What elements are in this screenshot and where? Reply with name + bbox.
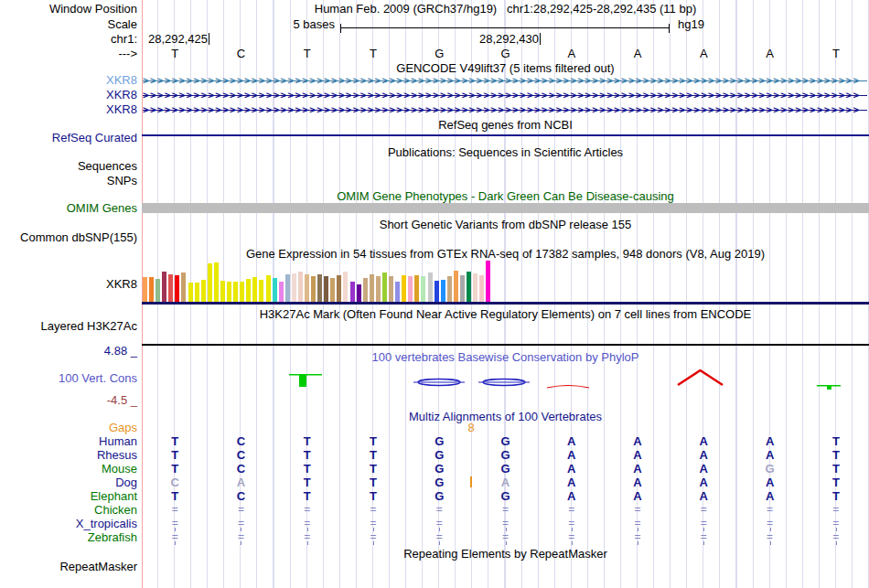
multiz-base-cell: A [736,434,802,448]
multiz-base-cell: T [274,448,340,462]
multiz-row: Zebrafish=========== [0,530,869,544]
multiz-base-cell: G [406,462,472,476]
multiz-base-cell: A [671,489,736,503]
multiz-base-cell: = [472,503,538,517]
multiz-row: RhesusTCTTGGAAAAT [0,448,869,462]
multiz-base-cell: = [605,503,671,517]
multiz-base-cell: T [803,434,869,448]
multiz-base-cell: T [274,434,340,448]
multiz-base-cell: A [605,476,671,489]
multiz-base-cell: G [472,489,538,503]
multiz-insertion-mark [470,476,472,487]
multiz-base-cell: G [472,434,538,448]
multiz-base-cell: = [142,503,208,517]
multiz-base-cell: A [671,434,736,448]
multiz-alignment-rows: HumanTCTTGGAAAATRhesusTCTTGGAAAATMouseTC… [0,0,869,588]
multiz-base-cell: = [274,503,340,517]
multiz-base-cell: A [605,434,671,448]
multiz-row: MouseTCTTGGAAAGT [0,462,869,476]
multiz-base-cell: T [340,434,406,448]
multiz-base-cell: G [406,434,472,448]
multiz-base-cell: A [671,476,736,489]
multiz-break-tick [770,541,771,545]
multiz-break-tick [439,541,440,545]
multiz-break-tick [703,541,704,545]
multiz-base-cell: G [736,462,802,476]
multiz-species-label[interactable]: Chicken [0,503,137,517]
multiz-base-cell: G [406,476,472,489]
multiz-break-tick [572,541,573,545]
multiz-break-tick [373,541,374,545]
multiz-break-tick [506,541,507,545]
multiz-base-cell: A [605,489,671,503]
repeatmasker-track-title[interactable]: Repeating Elements by RepeatMasker [142,547,869,561]
multiz-base-cell: T [340,448,406,462]
multiz-base-cell: T [803,462,869,476]
multiz-break-tick [638,541,638,545]
multiz-row: HumanTCTTGGAAAAT [0,434,869,448]
multiz-base-cell: T [142,489,208,503]
multiz-species-label[interactable]: Human [0,434,137,448]
repeatmasker-label[interactable]: RepeatMasker [0,560,137,573]
multiz-base-cell: G [406,489,472,503]
multiz-row: ElephantTCTTGGAAAAT [0,489,869,503]
multiz-base-cell: A [539,448,605,462]
multiz-species-label[interactable]: Elephant [0,489,137,503]
multiz-base-cell: A [208,476,274,489]
multiz-base-cell: G [406,448,472,462]
multiz-base-cell: A [736,476,802,489]
multiz-base-cell: G [472,448,538,462]
multiz-row: DogCATTGAAAAAT [0,476,869,489]
multiz-row: Chicken=========== [0,503,869,517]
multiz-base-cell: A [671,462,736,476]
multiz-base-cell: = [736,503,802,517]
multiz-base-cell: A [539,489,605,503]
multiz-base-cell: A [472,476,538,489]
genome-browser-image: Window Position Human Feb. 2009 (GRCh37/… [0,0,869,588]
multiz-base-cell: A [605,462,671,476]
multiz-species-label[interactable]: Dog [0,476,137,489]
multiz-break-tick [241,541,241,545]
multiz-base-cell: = [539,503,605,517]
multiz-break-tick [307,541,308,545]
multiz-base-cell: G [472,462,538,476]
multiz-base-cell: T [803,448,869,462]
multiz-base-cell: C [208,434,274,448]
multiz-base-cell: A [736,489,802,503]
multiz-row: X_tropicalis=========== [0,517,869,530]
multiz-base-cell: A [605,448,671,462]
multiz-base-cell: T [340,489,406,503]
multiz-base-cell: C [142,476,208,489]
multiz-base-cell: = [406,503,472,517]
multiz-base-cell: T [142,448,208,462]
multiz-base-cell: T [142,434,208,448]
multiz-base-cell: = [803,503,869,517]
multiz-base-cell: A [671,448,736,462]
multiz-break-tick [836,541,837,545]
multiz-base-cell: = [671,503,736,517]
multiz-species-label[interactable]: Zebrafish [0,530,137,544]
multiz-base-cell: A [736,448,802,462]
multiz-base-cell: T [274,462,340,476]
multiz-base-cell: T [803,476,869,489]
multiz-base-cell: C [208,448,274,462]
multiz-base-cell: T [803,489,869,503]
multiz-base-cell: T [274,476,340,489]
multiz-species-label[interactable]: X_tropicalis [0,517,137,530]
multiz-base-cell: T [340,476,406,489]
multiz-base-cell: T [142,462,208,476]
multiz-base-cell: A [539,434,605,448]
multiz-base-cell: C [208,462,274,476]
multiz-base-cell: A [539,476,605,489]
multiz-base-cell: T [274,489,340,503]
multiz-base-cell: A [539,462,605,476]
multiz-base-cell: T [340,462,406,476]
multiz-break-tick [175,541,176,545]
multiz-base-cell: = [208,503,274,517]
multiz-species-label[interactable]: Mouse [0,462,137,476]
multiz-base-cell: = [340,503,406,517]
multiz-species-label[interactable]: Rhesus [0,448,137,462]
multiz-base-cell: C [208,489,274,503]
